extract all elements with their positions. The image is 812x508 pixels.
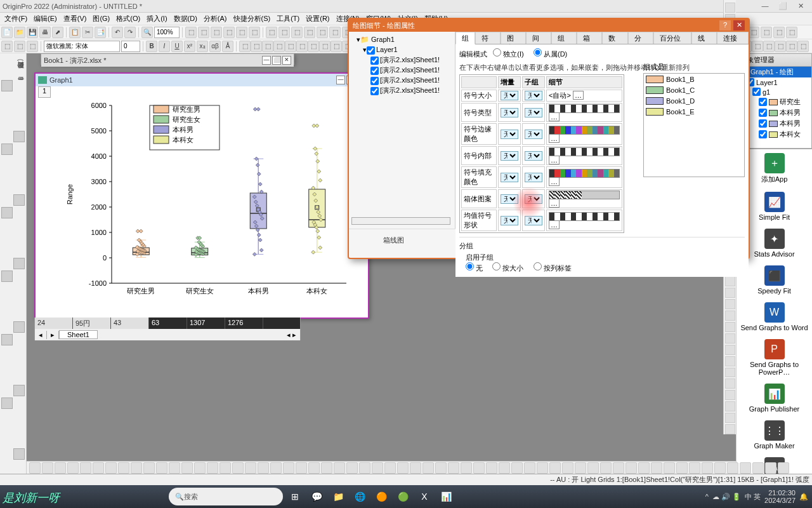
mini-tool[interactable]: [725, 401, 735, 411]
bottom-tool[interactable]: [435, 462, 447, 474]
tool-icon[interactable]: ⬚: [249, 27, 260, 38]
tool-icon[interactable]: ⬚: [273, 41, 285, 52]
grid-row[interactable]: 符号边缘颜色无无 …: [461, 123, 622, 145]
bottom-tool[interactable]: [689, 462, 700, 474]
tool-icon[interactable]: ⬚: [761, 27, 772, 38]
mini-tool[interactable]: [725, 345, 735, 355]
tb-icon[interactable]: ⊞: [285, 487, 304, 506]
app-tile[interactable]: WSend Graphs to Word: [737, 298, 812, 335]
left-tool[interactable]: [13, 144, 25, 155]
bottom-tool[interactable]: [613, 462, 624, 474]
left-tool[interactable]: [1, 448, 13, 460]
dialog-tab[interactable]: 组: [455, 32, 475, 44]
sub-none[interactable]: 无: [466, 264, 483, 272]
left-tool[interactable]: [13, 423, 25, 434]
tree-leaf[interactable]: [演示2.xlsx]Sheet1!: [370, 65, 452, 75]
dialog-tab[interactable]: 组图: [551, 32, 577, 44]
bottom-tool[interactable]: [727, 462, 738, 474]
tb-icon[interactable]: 🌐: [350, 487, 369, 506]
grid-row[interactable]: 箱体图案无无 …: [461, 189, 622, 208]
layer-indicator[interactable]: 1: [38, 86, 51, 98]
bottom-tool[interactable]: [346, 462, 358, 474]
left-tool[interactable]: [1, 245, 13, 257]
bottom-tool[interactable]: [511, 462, 523, 474]
bottom-tool[interactable]: [397, 462, 409, 474]
left-tool[interactable]: [1, 258, 13, 269]
menu-item[interactable]: 查看(V): [60, 14, 90, 23]
col-header[interactable]: 1307: [187, 318, 225, 329]
tool-icon[interactable]: 💾: [27, 27, 38, 38]
menu-item[interactable]: 编辑(E): [30, 14, 60, 23]
tool-icon[interactable]: ⬚: [773, 27, 785, 38]
left-tool[interactable]: [13, 80, 25, 91]
sub-col[interactable]: 按列标签: [534, 264, 572, 272]
left-tool[interactable]: [1, 347, 13, 358]
bold-button[interactable]: B: [146, 41, 157, 52]
tool-icon[interactable]: ⬚: [797, 41, 809, 52]
tool-icon[interactable]: ↶: [112, 27, 123, 38]
bottom-tool[interactable]: [219, 462, 231, 474]
bottom-tool[interactable]: [42, 462, 53, 474]
tool-icon[interactable]: ⬚: [329, 27, 341, 38]
tool-icon[interactable]: x²: [184, 41, 195, 52]
bottom-tool[interactable]: [448, 462, 459, 474]
tb-icon[interactable]: X: [415, 487, 434, 506]
col-header[interactable]: 95円: [73, 318, 111, 329]
bottom-tool[interactable]: [258, 462, 269, 474]
bottom-tool[interactable]: [625, 462, 637, 474]
book1-window[interactable]: Book1 - 演示2.xlsx * — ⬜ ✕: [41, 53, 294, 65]
font-select[interactable]: [44, 41, 120, 52]
tool-icon[interactable]: ⬚: [331, 41, 342, 52]
bottom-tool[interactable]: [410, 462, 421, 474]
tool-icon[interactable]: ⬚: [296, 41, 308, 52]
left-tool[interactable]: [13, 93, 25, 104]
tool-icon[interactable]: ⬚: [239, 41, 251, 52]
menu-item[interactable]: 插入(I): [143, 14, 170, 23]
tool-icon[interactable]: ⬚: [262, 41, 273, 52]
left-tool[interactable]: [13, 296, 25, 307]
bottom-tool[interactable]: [638, 462, 650, 474]
menu-item[interactable]: 图(G): [89, 14, 113, 23]
left-tool[interactable]: [13, 347, 25, 358]
mini-tool[interactable]: [725, 311, 735, 321]
left-tool[interactable]: [1, 283, 13, 295]
tool-icon[interactable]: ⬚: [14, 41, 25, 52]
dialog-close[interactable]: ✕: [733, 20, 745, 30]
col-header[interactable]: 63: [149, 318, 187, 329]
bottom-tool[interactable]: [562, 462, 573, 474]
mini-tool[interactable]: [725, 3, 735, 13]
tool-icon[interactable]: ⬚: [775, 41, 786, 52]
tool-icon[interactable]: ⬚: [223, 27, 235, 38]
left-tool[interactable]: [13, 334, 25, 345]
bottom-tool[interactable]: [714, 462, 726, 474]
tool-icon[interactable]: ⬚: [308, 41, 319, 52]
col-header[interactable]: 43: [111, 318, 149, 329]
nav-prev[interactable]: ◂: [35, 331, 47, 339]
bottom-tool[interactable]: [334, 462, 345, 474]
bottom-tool[interactable]: [384, 462, 396, 474]
left-tool[interactable]: [1, 359, 13, 371]
left-tool[interactable]: [13, 283, 25, 295]
tray[interactable]: ☁ 🔊 🔋: [712, 493, 741, 501]
left-tool[interactable]: [13, 105, 25, 117]
menu-item[interactable]: 分析(A): [200, 14, 230, 23]
left-tool[interactable]: [1, 156, 13, 168]
tool-icon[interactable]: ⬚: [278, 27, 290, 38]
left-tool[interactable]: [1, 207, 13, 218]
font-size[interactable]: [121, 41, 140, 52]
mini-tool[interactable]: [725, 288, 735, 298]
left-tool[interactable]: [1, 232, 13, 244]
bottom-tool[interactable]: [778, 462, 789, 474]
left-tool[interactable]: [1, 194, 13, 206]
tool-icon[interactable]: ⬚: [27, 41, 38, 52]
group-member[interactable]: Book1_B: [644, 74, 744, 84]
bottom-tool[interactable]: [245, 462, 256, 474]
tool-icon[interactable]: ⬚: [752, 41, 763, 52]
left-tool[interactable]: [1, 423, 13, 434]
tool-icon[interactable]: ⬈: [52, 27, 63, 38]
left-tool[interactable]: [1, 321, 13, 333]
mini-tool[interactable]: [725, 413, 735, 423]
dialog-tab[interactable]: 线条: [691, 32, 717, 44]
tb-icon[interactable]: 🟢: [393, 487, 412, 506]
child-minimize[interactable]: —: [262, 56, 271, 65]
